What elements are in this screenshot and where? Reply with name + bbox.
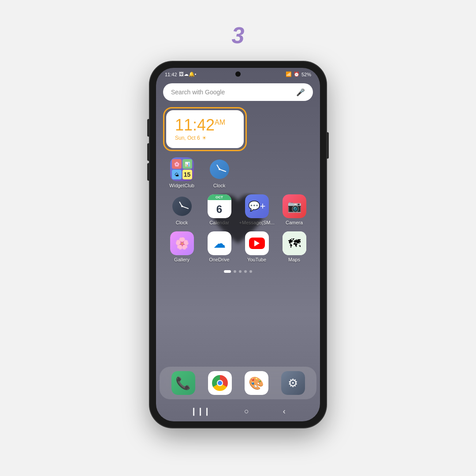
wc-cell-3: 🌤: [172, 170, 182, 179]
phone-icon: 📞: [171, 371, 195, 395]
settings-icon: ⚙: [281, 371, 305, 395]
gallery-icon-inner: 🌸: [170, 231, 194, 255]
chrome-inner-circle: [217, 380, 223, 386]
clock-dark-center: [181, 205, 183, 207]
clock-dark-face: [172, 197, 192, 216]
search-bar[interactable]: Search with Google 🎤: [163, 83, 313, 101]
onedrive-icon-inner: ☁: [208, 231, 231, 255]
battery-display: 52%: [301, 72, 311, 77]
camera-icon: 📷: [283, 194, 306, 218]
dock-photos[interactable]: 🎨: [241, 371, 272, 395]
maps-label: Maps: [288, 257, 300, 262]
settings-icon-inner: ⚙: [281, 371, 305, 395]
dock-chrome[interactable]: [205, 371, 235, 395]
clock-dark-icon: [170, 194, 194, 218]
photos-icon: 🎨: [245, 371, 268, 395]
gallery-icon: 🌸: [170, 231, 194, 255]
clock-widget-wrapper[interactable]: 11:42AM Sun, Oct 6 ☀: [163, 107, 247, 151]
clock-blue-label: Clock: [213, 183, 226, 188]
nav-back[interactable]: ‹: [283, 407, 286, 416]
dot-5: [249, 270, 252, 273]
youtube-label: YouTube: [247, 257, 266, 262]
calendar-label: Calendar: [209, 220, 229, 225]
app-widgetclub[interactable]: 🌸 📊 🌤 15 WidgetClub: [167, 157, 197, 188]
dock-settings[interactable]: ⚙: [278, 371, 309, 395]
time-display: 11:42: [165, 72, 177, 77]
clock-dark-minute: [182, 206, 189, 209]
status-bar: 11:42 🖼☁🔔• 📶 ⏰ 52%: [156, 68, 320, 79]
calendar-icon: OCT 6: [208, 194, 231, 218]
app-row-2: Clock OCT 6 Calendar: [163, 194, 313, 225]
phone-shell: 11:42 🖼☁🔔• 📶 ⏰ 52% Search with Google 🎤: [150, 62, 326, 428]
sun-icon: ☀: [202, 135, 207, 141]
mic-icon[interactable]: 🎤: [296, 88, 305, 97]
status-right: 📶 ⏰ 52%: [286, 71, 311, 77]
status-left: 11:42 🖼☁🔔•: [165, 71, 196, 77]
wc-cell-2: 📊: [182, 159, 192, 169]
message-icon: 💬+: [245, 194, 269, 218]
dock: 📞 🎨: [160, 367, 316, 399]
wc-cell-1: 🌸: [172, 159, 182, 169]
alarm-icon: ⏰: [294, 71, 300, 77]
search-text: Search with Google: [171, 89, 225, 96]
clock-center-dot: [219, 168, 220, 170]
widgetclub-icon: 🌸 📊 🌤 15: [170, 157, 194, 181]
yt-logo: [249, 238, 265, 249]
cal-header: OCT: [208, 194, 231, 200]
status-icons: 🖼☁🔔•: [179, 71, 197, 77]
widget-ampm: AM: [215, 119, 225, 126]
phone-screen: 11:42 🖼☁🔔• 📶 ⏰ 52% Search with Google 🎤: [156, 68, 320, 421]
clock-minute-hand: [219, 169, 226, 172]
dock-phone[interactable]: 📞: [168, 371, 199, 395]
app-row-2-container: Clock OCT 6 Calendar: [163, 194, 313, 225]
phone-icon-inner: 📞: [171, 371, 195, 395]
dot-1: [224, 270, 231, 273]
yt-play-triangle: [254, 240, 260, 246]
camera-label: Camera: [286, 220, 303, 225]
clock-dark-label: Clock: [176, 220, 188, 225]
onedrive-label: OneDrive: [209, 257, 229, 262]
app-row-1: 🌸 📊 🌤 15 WidgetClub: [163, 157, 313, 188]
nav-bar: ❙❙❙ ○ ‹: [156, 403, 320, 421]
app-onedrive[interactable]: ☁ OneDrive: [204, 231, 235, 262]
app-message[interactable]: 💬+ +Message(SM...: [242, 194, 272, 225]
widgetclub-label: WidgetClub: [169, 183, 194, 188]
clock-blue-icon: [208, 157, 231, 181]
home-content: Search with Google 🎤 11:42AM Sun, Oct 6 …: [156, 79, 320, 367]
page-wrapper: 3 11:42 🖼☁🔔• 📶 ⏰ 52% Search: [0, 0, 476, 476]
wc-cell-4: 15: [182, 170, 192, 179]
camera-notch: [235, 71, 241, 77]
nav-recent[interactable]: ❙❙❙: [190, 406, 210, 416]
app-youtube[interactable]: YouTube: [242, 231, 272, 262]
youtube-play-inner: [245, 231, 269, 255]
app-maps[interactable]: 🗺 Maps: [279, 231, 310, 262]
clock-widget: 11:42AM Sun, Oct 6 ☀: [166, 110, 244, 148]
dot-2: [234, 270, 236, 273]
message-icon-inner: 💬+: [245, 194, 269, 218]
onedrive-icon: ☁: [208, 231, 231, 255]
wifi-icon: 📶: [286, 71, 292, 77]
maps-icon: 🗺: [283, 231, 306, 255]
dot-3: [239, 270, 242, 273]
app-clock-dark[interactable]: Clock: [167, 194, 197, 225]
dot-4: [244, 270, 247, 273]
app-calendar[interactable]: OCT 6 Calendar: [204, 194, 235, 225]
widget-time: 11:42AM: [175, 117, 225, 133]
cal-number: 6: [208, 200, 231, 218]
photos-icon-inner: 🎨: [245, 371, 268, 395]
step-number: 3: [232, 22, 245, 48]
nav-home[interactable]: ○: [244, 407, 249, 416]
app-row-3: 🌸 Gallery ☁ OneDrive: [163, 231, 313, 262]
app-camera[interactable]: 📷 Camera: [279, 194, 310, 225]
chrome-circle: [212, 375, 228, 391]
app-gallery[interactable]: 🌸 Gallery: [167, 231, 197, 262]
youtube-icon: [245, 231, 269, 255]
widget-date-value: Sun, Oct 6: [175, 135, 200, 141]
onedrive-cloud-icon: ☁: [213, 236, 226, 251]
message-label: +Message(SM...: [239, 220, 274, 225]
chrome-icon: [208, 371, 232, 395]
page-dots: [163, 268, 313, 275]
chrome-icon-inner: [208, 371, 232, 395]
calendar-inner: OCT 6: [208, 194, 231, 218]
app-clock-blue[interactable]: Clock: [204, 157, 235, 188]
